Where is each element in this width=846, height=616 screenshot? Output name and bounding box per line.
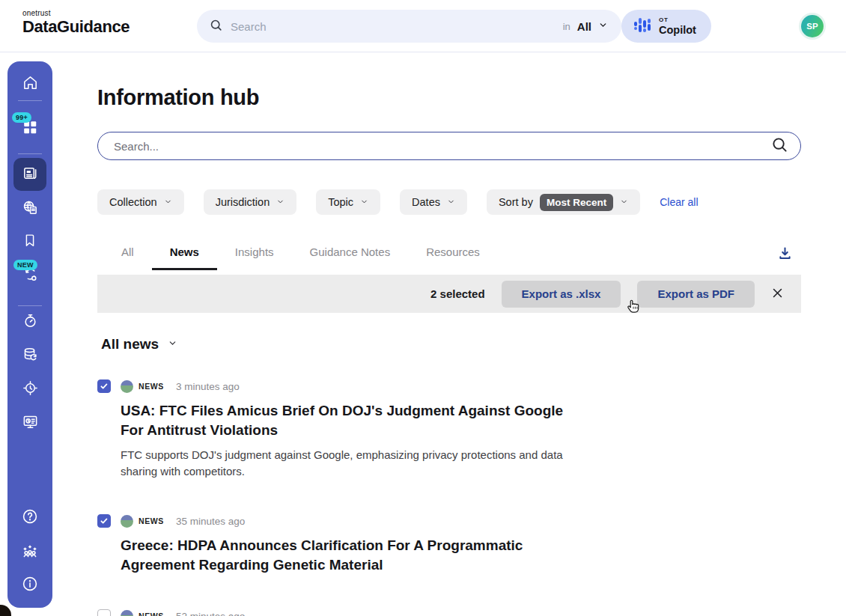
sidebar-divider	[18, 100, 42, 101]
tab-resources[interactable]: Resources	[408, 246, 498, 270]
dates-filter-button[interactable]: Dates	[400, 189, 467, 215]
tab-all[interactable]: All	[103, 246, 152, 270]
close-icon	[771, 287, 784, 302]
chevron-down-icon	[168, 338, 177, 351]
news-timestamp: 52 minutes ago	[176, 611, 245, 616]
hub-search-input[interactable]	[114, 140, 771, 153]
sidebar-item-home[interactable]	[15, 69, 45, 99]
sidebar-item-reports[interactable]	[15, 408, 45, 438]
sort-by-value-pill: Most Recent	[540, 194, 613, 211]
news-timestamp: 3 minutes ago	[176, 381, 240, 392]
clear-all-link[interactable]: Clear all	[660, 196, 698, 208]
info-icon	[21, 575, 39, 596]
chevron-down-icon	[276, 196, 284, 208]
news-title[interactable]: Greece: HDPA Announces Clarification For…	[121, 536, 583, 575]
news-type-label: NEWS	[139, 612, 164, 616]
dates-filter-label: Dates	[412, 196, 440, 208]
sidebar-divider	[18, 153, 42, 154]
global-search-bar[interactable]: in All	[197, 10, 621, 43]
main-content: Information hub Collection Jurisdiction …	[97, 52, 801, 616]
sidebar-item-bookmarks[interactable]	[15, 227, 45, 257]
sidebar-item-regulatory-research[interactable]	[15, 194, 45, 224]
search-icon[interactable]	[771, 136, 788, 156]
monitor-report-icon	[22, 413, 39, 433]
copilot-ot-label: OT	[659, 17, 696, 23]
tab-news[interactable]: News	[152, 246, 217, 270]
logo-dataguidance-text: DataGuidance	[22, 19, 130, 35]
sidebar-item-whats-new[interactable]	[15, 537, 45, 567]
download-button[interactable]	[773, 243, 797, 266]
export-pdf-button[interactable]: Export as PDF	[637, 281, 755, 308]
scope-prefix: in	[563, 21, 570, 32]
scope-value: All	[577, 20, 591, 33]
left-sidebar: 99+ NEW	[7, 61, 52, 608]
news-meta-row: NEWS 3 minutes ago	[97, 379, 801, 393]
help-icon	[21, 507, 39, 528]
news-source-avatar	[121, 515, 133, 528]
jurisdiction-filter-label: Jurisdiction	[216, 196, 270, 208]
chevron-down-icon	[447, 196, 455, 208]
search-scope-dropdown[interactable]: in All	[563, 19, 608, 33]
news-meta-row: NEWS 35 minutes ago	[97, 514, 801, 528]
news-checkbox[interactable]	[97, 379, 111, 393]
topic-filter-button[interactable]: Topic	[316, 189, 380, 215]
selection-action-bar: 2 selected Export as .xlsx Export as PDF	[97, 275, 801, 313]
collection-filter-label: Collection	[109, 196, 157, 208]
hub-search-bar[interactable]	[97, 132, 801, 160]
user-avatar[interactable]: SP	[801, 15, 824, 37]
news-description: FTC supports DOJ's judgment against Goog…	[121, 447, 570, 480]
all-news-label: All news	[101, 336, 159, 353]
news-checkbox[interactable]	[97, 609, 111, 616]
jurisdiction-filter-button[interactable]: Jurisdiction	[204, 189, 297, 215]
ot-copilot-button[interactable]: OT Copilot	[621, 10, 711, 43]
dataguidance-logo[interactable]: onetrust DataGuidance	[22, 10, 130, 35]
chevron-down-icon	[620, 196, 628, 208]
bookmark-icon	[22, 232, 38, 251]
news-icon	[22, 165, 39, 185]
regulatory-research-icon	[22, 199, 39, 219]
sidebar-item-deadlines[interactable]	[15, 307, 45, 337]
page: onetrust DataGuidance in All	[0, 0, 846, 616]
news-source-avatar	[121, 380, 133, 393]
home-icon	[22, 74, 39, 94]
export-xlsx-button[interactable]: Export as .xlsx	[502, 281, 621, 308]
tracker-clock-icon	[22, 379, 39, 400]
news-meta-row: NEWS 52 minutes ago	[97, 609, 801, 616]
sort-by-label: Sort by	[499, 196, 533, 208]
top-header: onetrust DataGuidance in All	[0, 0, 846, 52]
logo-onetrust-text: onetrust	[22, 10, 130, 17]
chevron-down-icon	[598, 19, 608, 33]
database-sync-icon	[22, 346, 39, 366]
sidebar-item-info[interactable]	[15, 570, 45, 600]
news-type-label: NEWS	[139, 516, 164, 525]
sidebar-item-data-transfers[interactable]	[15, 341, 45, 370]
sort-by-dropdown[interactable]: Sort by Most Recent	[487, 189, 640, 215]
collection-filter-button[interactable]: Collection	[97, 189, 184, 215]
new-feature-badge: NEW	[13, 260, 37, 270]
corner-overlay-fragment	[0, 605, 11, 616]
copilot-bars-icon	[633, 15, 652, 37]
news-title[interactable]: USA: FTC Files Amicus Brief On DOJ's Jud…	[121, 401, 583, 440]
tab-guidance-notes[interactable]: Guidance Notes	[292, 246, 409, 270]
page-title: Information hub	[97, 85, 801, 110]
checkmark-icon	[100, 382, 109, 391]
news-checkbox[interactable]	[97, 514, 111, 528]
tabs: AllNewsInsightsGuidance NotesResources	[97, 241, 801, 270]
news-source-avatar	[121, 610, 133, 616]
news-list: NEWS 3 minutes ago USA: FTC Files Amicus…	[97, 379, 801, 616]
topic-filter-label: Topic	[328, 196, 353, 208]
selected-count: 2 selected	[430, 287, 485, 300]
sidebar-item-news[interactable]	[15, 159, 45, 189]
avatar-initials: SP	[806, 22, 818, 31]
sidebar-item-tracker[interactable]	[15, 374, 45, 404]
sidebar-divider	[18, 305, 42, 306]
close-selection-button[interactable]	[767, 284, 787, 304]
global-search-input[interactable]	[231, 20, 563, 33]
sidebar-item-help[interactable]	[15, 503, 45, 533]
all-news-dropdown[interactable]: All news	[97, 336, 177, 353]
news-timestamp: 35 minutes ago	[176, 516, 245, 527]
news-item: NEWS 52 minutes ago	[97, 609, 801, 616]
news-item: NEWS 35 minutes ago Greece: HDPA Announc…	[97, 514, 801, 575]
filter-bar: Collection Jurisdiction Topic Dates Sort…	[97, 189, 801, 215]
tab-insights[interactable]: Insights	[217, 246, 292, 270]
